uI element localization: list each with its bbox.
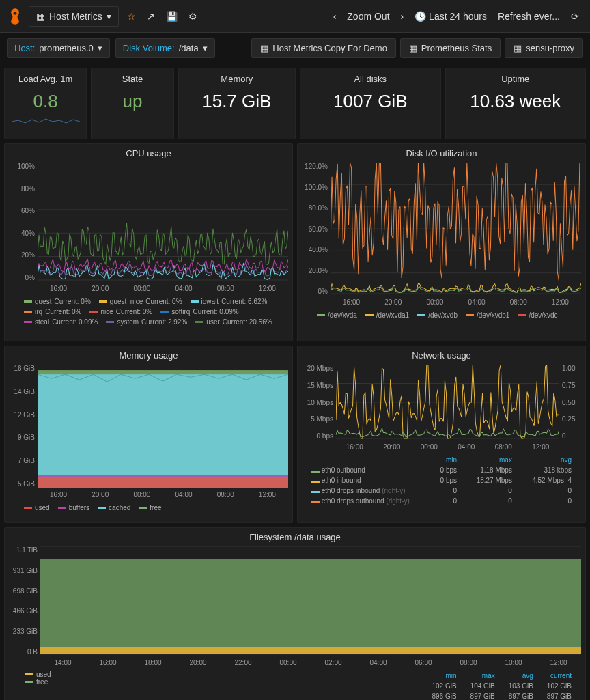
grid-icon: ▦ (36, 11, 45, 22)
legend-item[interactable]: user Current: 20.56% (195, 318, 272, 326)
panel-title: Network usage (298, 346, 585, 365)
stat-title: Load Avg. 1m (5, 74, 86, 84)
panel-title: Disk I/O utilization (298, 144, 585, 163)
grid-icon: ▦ (260, 43, 268, 53)
svg-rect-30 (40, 647, 581, 654)
legend-item[interactable]: /dev/xvdb1 (466, 311, 509, 319)
zoom-out-button[interactable]: Zoom Out (341, 7, 395, 26)
gear-icon: ⚙ (188, 11, 197, 22)
dashboard-picker-button[interactable]: ▦ Host Metrics ▾ (29, 6, 119, 27)
star-icon: ☆ (127, 11, 136, 22)
refresh-button[interactable]: ⟳ (565, 7, 585, 26)
share-icon: ↗ (147, 11, 155, 22)
legend-item[interactable]: irq Current: 0% (24, 308, 81, 316)
network-chart (336, 365, 559, 440)
nav-link[interactable]: ▦sensu-proxy (505, 38, 583, 58)
nav-link[interactable]: ▦Prometheus Stats (400, 38, 501, 58)
stat-value: 15.7 GiB (179, 91, 295, 112)
legend-item[interactable]: guest Current: 0% (24, 298, 91, 305)
legend-item[interactable]: free (139, 504, 161, 512)
stat-title: All disks (300, 74, 440, 84)
star-button[interactable]: ☆ (122, 7, 141, 26)
filesystem-panel[interactable]: Filesystem /data usage 1.1 TiB931 GiB698… (4, 527, 586, 700)
svg-rect-15 (38, 374, 288, 488)
topbar: ▦ Host Metrics ▾ ☆ ↗ 💾 ⚙ ‹ Zoom Out › 🕓 … (0, 0, 590, 33)
legend-item[interactable]: /dev/xvdc (518, 311, 557, 319)
legend-item[interactable]: buffers (58, 504, 89, 512)
memory-usage-panel[interactable]: Memory usage 16 GiB14 GiB12 GiB9 GiB7 Gi… (4, 346, 293, 523)
time-back-button[interactable]: ‹ (328, 7, 342, 26)
legend-item[interactable]: free (25, 678, 148, 686)
share-button[interactable]: ↗ (141, 7, 160, 26)
settings-button[interactable]: ⚙ (183, 7, 203, 26)
stat-panel[interactable]: Stateup (91, 68, 173, 139)
save-button[interactable]: 💾 (160, 7, 183, 26)
chevron-down-icon: ▾ (107, 11, 111, 22)
stat-title: Memory (179, 74, 295, 84)
legend-item[interactable]: steal Current: 0.09% (24, 318, 98, 326)
legend-item[interactable]: /dev/xvda (317, 311, 357, 319)
panel-title: CPU usage (5, 144, 292, 163)
chevron-right-icon: › (401, 11, 404, 22)
cpu-usage-panel[interactable]: CPU usage 100%80%60%40%20%0% 16:0020:000… (4, 143, 293, 341)
legend-item[interactable]: nice Current: 0% (89, 308, 152, 316)
svg-rect-17 (38, 477, 288, 488)
svg-rect-16 (38, 475, 288, 477)
stat-value: 10.63 week (446, 91, 586, 112)
grafana-logo-icon (5, 7, 25, 26)
save-icon: 💾 (166, 11, 178, 22)
legend-row[interactable]: 896 GiB897 GiB897 GiB897 GiB (425, 691, 578, 700)
stat-panel[interactable]: All disks1007 GiB (300, 68, 441, 139)
legend-item[interactable]: iowait Current: 6.62% (191, 298, 268, 305)
refresh-icon: ⟳ (571, 11, 579, 22)
disk-io-chart (331, 163, 581, 295)
legend-item[interactable]: /dev/xvdb (417, 311, 458, 319)
chevron-left-icon: ‹ (333, 11, 337, 22)
legend-item[interactable]: used (24, 504, 50, 512)
var-disk-volume[interactable]: Disk Volume: /data ▾ (115, 38, 215, 58)
legend-row[interactable]: eth0 outbound 0 bps1.18 Mbps318 kbps (305, 465, 578, 475)
filesystem-chart (40, 546, 581, 656)
stat-value: up (92, 91, 173, 112)
legend-row[interactable]: eth0 drops inbound (right-y)000 (305, 486, 578, 496)
time-range-button[interactable]: 🕓 Last 24 hours (409, 7, 492, 26)
panel-title: Memory usage (5, 346, 292, 365)
svg-point-0 (14, 12, 17, 15)
stat-value: 1007 GiB (300, 91, 440, 112)
filesystem-legend-table: used free minmaxavgcurrent 102 GiB104 Gi… (5, 668, 585, 700)
legend-item[interactable]: cached (98, 504, 130, 512)
svg-rect-29 (40, 559, 581, 647)
cpu-chart (38, 163, 288, 281)
legend-item[interactable]: guest_nice Current: 0% (99, 298, 182, 305)
legend-item[interactable]: used (25, 671, 148, 678)
subheader: Host: prometheus.0 ▾ Disk Volume: /data … (0, 33, 590, 64)
legend-item[interactable]: /dev/xvda1 (365, 311, 409, 319)
stat-panel[interactable]: Uptime10.63 week (445, 68, 587, 139)
stat-title: Uptime (446, 74, 586, 84)
var-host[interactable]: Host: prometheus.0 ▾ (7, 38, 110, 58)
network-legend-table: minmaxavg eth0 outbound 0 bps1.18 Mbps31… (298, 452, 585, 509)
legend-row[interactable]: eth0 inbound 0 bps18.27 Mbps4.52 Mbps 4 (305, 475, 578, 486)
legend-item[interactable]: system Current: 2.92% (106, 318, 187, 326)
stat-panel[interactable]: Memory15.7 GiB (178, 68, 296, 139)
refresh-interval-button[interactable]: Refresh ever... (492, 7, 565, 26)
grid-icon: ▦ (514, 43, 522, 53)
time-forward-button[interactable]: › (395, 7, 410, 26)
legend-item[interactable]: softirq Current: 0.09% (160, 308, 239, 316)
stat-panel[interactable]: Load Avg. 1m0.8 (4, 68, 87, 139)
panel-title: Filesystem /data usage (5, 528, 585, 546)
disk-io-panel[interactable]: Disk I/O utilization 120.0%100.0%80.0%60… (297, 143, 586, 341)
memory-chart (38, 365, 288, 488)
legend-row[interactable]: eth0 drops outbound (right-y)000 (305, 496, 578, 506)
network-usage-panel[interactable]: Network usage 20 Mbps15 Mbps10 Mbps5 Mbp… (297, 346, 586, 523)
clock-icon: 🕓 (415, 11, 426, 22)
stat-value: 0.8 (5, 91, 86, 112)
chevron-down-icon: ▾ (203, 43, 208, 53)
nav-link[interactable]: ▦Host Metrics Copy For Demo (251, 38, 396, 58)
stat-title: State (92, 74, 173, 84)
chevron-down-icon: ▾ (98, 43, 102, 53)
legend-row[interactable]: 102 GiB104 GiB103 GiB102 GiB (425, 681, 578, 691)
sparkline (12, 115, 80, 126)
grid-icon: ▦ (409, 43, 417, 53)
